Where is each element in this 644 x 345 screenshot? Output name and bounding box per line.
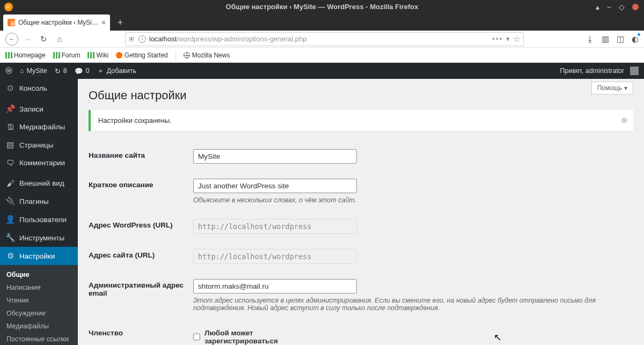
- submenu-discussion[interactable]: Обсуждение: [0, 307, 78, 320]
- label-admin-email: Административный адрес email: [89, 279, 193, 312]
- tracking-shield-icon[interactable]: ⛨: [129, 35, 135, 43]
- page-actions-icon[interactable]: •••: [492, 35, 503, 43]
- browser-tab[interactable]: ည Общие настройки ‹ MySi… ×: [3, 14, 110, 31]
- site-info-icon[interactable]: i: [138, 35, 146, 43]
- sidebar-item-dashboard[interactable]: ⊙Консоль: [0, 79, 78, 97]
- wp-url-input: [193, 219, 357, 234]
- window-minimize-icon[interactable]: −: [607, 3, 611, 11]
- nav-home-button[interactable]: ⌂: [53, 32, 67, 46]
- library-icon[interactable]: ▥: [602, 34, 609, 44]
- window-pin-icon[interactable]: ▴: [596, 3, 599, 11]
- membership-checkbox-label: Любой может зарегистрироваться: [204, 329, 298, 345]
- membership-checkbox-wrapper[interactable]: Любой может зарегистрироваться: [193, 327, 298, 345]
- wp-content-area: Помощь▾ Общие настройки Настройки сохран…: [78, 79, 644, 345]
- submenu-media[interactable]: Медиафайлы: [0, 320, 78, 333]
- submenu-general[interactable]: Общие: [0, 268, 78, 281]
- sidebar-item-media[interactable]: 🖻Медиафайлы: [0, 118, 78, 136]
- browser-tabstrip: ည Общие настройки ‹ MySi… × +: [0, 13, 644, 31]
- window-close-icon[interactable]: [632, 4, 639, 10]
- submenu-permalinks[interactable]: Постоянные ссылки: [0, 333, 78, 345]
- label-tagline: Краткое описание: [89, 179, 193, 204]
- sidebar-item-users[interactable]: 👤Пользователи: [0, 210, 78, 229]
- chevron-down-icon: ▾: [624, 84, 627, 92]
- nav-forward-button: →: [20, 32, 34, 46]
- tagline-input[interactable]: [193, 179, 357, 193]
- browser-toolbar: ← → ↻ ⌂ ⛨ i localhost/wordpress/wp-admin…: [0, 31, 644, 48]
- nav-back-button[interactable]: ←: [5, 33, 18, 46]
- window-maximize-icon[interactable]: ◇: [619, 3, 625, 11]
- bookmark-getting-started[interactable]: Getting Started: [116, 52, 168, 59]
- tab-close-icon[interactable]: ×: [101, 18, 106, 27]
- window-title: Общие настройки ‹ MySite — WordPress - M…: [226, 3, 419, 11]
- bookmark-star-icon[interactable]: ☆: [513, 34, 520, 44]
- avatar-icon: [630, 67, 639, 75]
- bookmark-mozilla-news[interactable]: Mozilla News: [184, 52, 230, 59]
- help-tab[interactable]: Помощь▾: [591, 82, 633, 94]
- wp-logo-icon[interactable]: ⓦ: [5, 67, 12, 76]
- bookmark-forum[interactable]: Forum: [53, 52, 80, 59]
- sidebar-item-settings[interactable]: ⚙Настройки: [0, 247, 78, 265]
- nav-reload-button[interactable]: ↻: [36, 32, 50, 46]
- adminbar-site[interactable]: ⌂MySite: [20, 67, 47, 75]
- sidebar-item-tools[interactable]: 🔧Инструменты: [0, 229, 78, 247]
- address-bar[interactable]: ⛨ i localhost/wordpress/wp-admin/options…: [125, 32, 524, 46]
- notice-text: Настройки сохранены.: [98, 116, 172, 124]
- submenu-writing[interactable]: Написание: [0, 281, 78, 294]
- site-title-input[interactable]: [193, 149, 357, 164]
- site-url-input: [193, 249, 357, 264]
- tab-label: Общие настройки ‹ MySi…: [18, 19, 98, 26]
- label-site-title: Название сайта: [89, 149, 193, 164]
- xampp-favicon-icon: ည: [8, 19, 15, 26]
- bookmarks-separator: [175, 50, 176, 60]
- wp-admin-bar: ⓦ ⌂MySite ↻8 💬0 ＋Добавить Привет, admini…: [0, 63, 644, 79]
- adminbar-comments[interactable]: 💬0: [75, 67, 90, 75]
- os-title-bar: Общие настройки ‹ MySite — WordPress - M…: [0, 0, 644, 13]
- membership-checkbox[interactable]: [193, 333, 200, 341]
- bookmarks-bar: Homepage Forum Wiki Getting Started Mozi…: [0, 48, 644, 63]
- tagline-description: Объясните в нескольких словах, о чём это…: [193, 196, 623, 204]
- sidebar-icon[interactable]: ◫: [617, 34, 624, 44]
- page-title: Общие настройки: [89, 89, 633, 102]
- url-text: localhost/wordpress/wp-admin/options-gen…: [149, 35, 306, 43]
- sidebar-item-appearance[interactable]: 🖌Внешний вид: [0, 174, 78, 192]
- label-wp-url: Адрес WordPress (URL): [89, 219, 193, 234]
- label-site-url: Адрес сайта (URL): [89, 249, 193, 264]
- admin-email-description: Этот адрес используется в целях админист…: [193, 297, 623, 312]
- dismiss-notice-icon[interactable]: ⊗: [621, 115, 628, 125]
- admin-email-input[interactable]: [193, 279, 357, 293]
- label-membership: Членство: [89, 327, 193, 345]
- sidebar-item-posts[interactable]: 📌Записи: [0, 100, 78, 118]
- bookmark-wiki[interactable]: Wiki: [87, 52, 108, 59]
- wp-sidebar: ⊙Консоль 📌Записи 🖻Медиафайлы ▤Страницы 🗨…: [0, 79, 78, 345]
- success-notice: Настройки сохранены. ⊗: [89, 110, 633, 131]
- adminbar-add[interactable]: ＋Добавить: [97, 67, 136, 76]
- submenu-reading[interactable]: Чтение: [0, 294, 78, 307]
- new-tab-button[interactable]: +: [112, 14, 128, 31]
- sidebar-item-comments[interactable]: 🗨Комментарии: [0, 154, 78, 172]
- downloads-icon[interactable]: ⭳: [586, 34, 594, 43]
- pocket-icon[interactable]: ▾: [506, 35, 510, 43]
- sidebar-settings-submenu: Общие Написание Чтение Обсуждение Медиаф…: [0, 265, 78, 345]
- bookmark-homepage[interactable]: Homepage: [5, 52, 46, 59]
- firefox-icon: [4, 3, 13, 11]
- account-icon[interactable]: ◐: [632, 34, 639, 44]
- sidebar-item-pages[interactable]: ▤Страницы: [0, 136, 78, 154]
- adminbar-user[interactable]: Привет, administrator: [560, 67, 639, 75]
- sidebar-item-plugins[interactable]: 🔌Плагины: [0, 192, 78, 210]
- adminbar-updates[interactable]: ↻8: [55, 67, 67, 75]
